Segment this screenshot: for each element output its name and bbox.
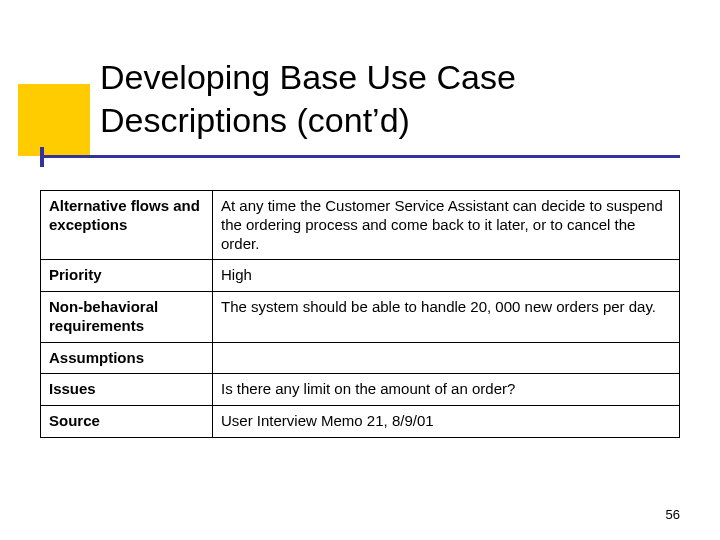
title-underline-notch (40, 147, 44, 167)
page-number: 56 (666, 507, 680, 522)
title-wrap: Developing Base Use Case Descriptions (c… (100, 56, 680, 141)
row-label: Alternative flows and exceptions (41, 191, 213, 260)
row-label: Source (41, 406, 213, 438)
row-value (213, 342, 680, 374)
accent-block (18, 84, 90, 156)
row-value: High (213, 260, 680, 292)
table-row: Issues Is there any limit on the amount … (41, 374, 680, 406)
title-line-1: Developing Base Use Case (100, 58, 516, 96)
use-case-table: Alternative flows and exceptions At any … (40, 190, 680, 438)
row-value: Is there any limit on the amount of an o… (213, 374, 680, 406)
row-value: The system should be able to handle 20, … (213, 292, 680, 343)
table-row: Assumptions (41, 342, 680, 374)
table-row: Priority High (41, 260, 680, 292)
title-underline (40, 155, 680, 158)
table-row: Source User Interview Memo 21, 8/9/01 (41, 406, 680, 438)
row-label: Issues (41, 374, 213, 406)
row-value: At any time the Customer Service Assista… (213, 191, 680, 260)
row-value: User Interview Memo 21, 8/9/01 (213, 406, 680, 438)
table-row: Non-behavioral requirements The system s… (41, 292, 680, 343)
table-row: Alternative flows and exceptions At any … (41, 191, 680, 260)
row-label: Priority (41, 260, 213, 292)
page-title: Developing Base Use Case Descriptions (c… (100, 56, 680, 141)
row-label: Assumptions (41, 342, 213, 374)
row-label: Non-behavioral requirements (41, 292, 213, 343)
title-line-2: Descriptions (cont’d) (100, 101, 410, 139)
